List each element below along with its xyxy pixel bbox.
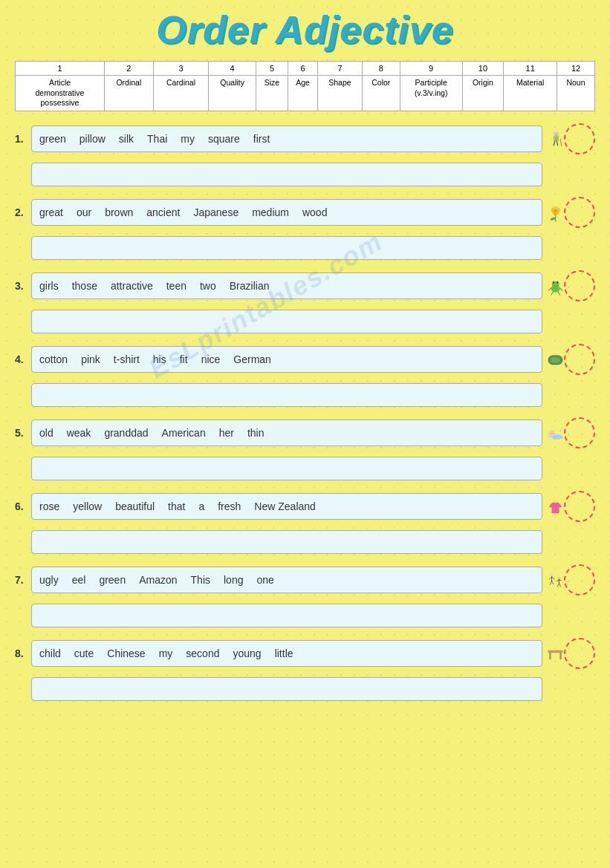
word-6-7: New Zealand: [254, 500, 316, 512]
exercise-num-6: 6.: [15, 500, 31, 512]
col-label-5: Size: [256, 76, 288, 111]
col-num-5: 5: [256, 62, 288, 76]
word-7-7: one: [256, 574, 273, 586]
image-cell-1: [547, 119, 595, 160]
col-label-10: Origin: [462, 76, 504, 111]
word-4-7: German: [233, 353, 271, 365]
words-box-4: cotton pink t-shirt his fit nice German: [31, 346, 542, 373]
svg-rect-2: [554, 135, 559, 141]
answer-circle-3: [564, 270, 595, 301]
rose-icon: [547, 192, 564, 233]
col-label-9: Participle(v.3/v.ing): [400, 76, 462, 111]
word-8-3: Chinese: [107, 647, 145, 659]
col-label-4: Quality: [209, 76, 256, 111]
word-2-4: ancient: [146, 206, 180, 218]
word-4-5: fit: [180, 353, 188, 365]
exercise-4: 4. cotton pink t-shirt his fit nice Germ…: [15, 339, 595, 407]
old-man-icon: [547, 119, 564, 160]
svg-line-6: [557, 141, 557, 146]
word-3-4: teen: [166, 280, 186, 292]
svg-point-9: [557, 133, 557, 134]
image-cell-7: [547, 560, 595, 601]
col-label-8: Color: [362, 76, 400, 111]
word-7-5: This: [191, 574, 210, 586]
answer-box-2[interactable]: [31, 236, 542, 260]
word-7-3: green: [99, 574, 126, 586]
col-num-12: 12: [557, 62, 595, 76]
exercise-num-5: 5.: [15, 427, 31, 439]
answer-box-3[interactable]: [31, 310, 542, 333]
table-number-row: 1 2 3 4 5 6 7 8 9 10 11 12: [16, 62, 595, 76]
col-label-2: Ordinal: [104, 76, 153, 111]
word-8-7: little: [275, 647, 293, 659]
word-6-5: a: [198, 500, 204, 512]
word-2-6: medium: [252, 206, 289, 218]
col-num-9: 9: [400, 62, 462, 76]
answer-circle-4: [564, 344, 595, 375]
answer-box-6[interactable]: [31, 530, 542, 554]
col-label-12: Noun: [557, 76, 595, 111]
word-5-1: old: [39, 427, 53, 439]
col-num-1: 1: [16, 62, 105, 76]
answer-box-4[interactable]: [31, 383, 542, 407]
svg-line-41: [552, 577, 554, 578]
baby-icon: z z: [547, 413, 564, 454]
word-8-6: young: [233, 647, 261, 659]
svg-point-16: [554, 209, 557, 212]
col-num-11: 11: [504, 62, 557, 76]
svg-point-30: [551, 357, 561, 363]
word-3-3: attractive: [111, 280, 153, 292]
answer-box-1[interactable]: [31, 163, 542, 186]
pillow-icon: [547, 339, 564, 380]
tshirt-icon: [547, 486, 564, 527]
words-box-7: ugly eel green Amazon This long one: [31, 567, 542, 593]
adjective-order-table: 1 2 3 4 5 6 7 8 9 10 11 12 Articledemons…: [15, 61, 595, 111]
word-2-1: great: [39, 206, 63, 218]
col-label-1: Articledemonstrativepossessive: [16, 76, 105, 111]
col-label-3: Cardinal: [153, 76, 209, 111]
answer-box-8[interactable]: [31, 677, 542, 701]
col-num-3: 3: [153, 62, 209, 76]
col-label-6: Age: [288, 76, 318, 111]
word-6-4: that: [168, 500, 185, 512]
answer-box-7[interactable]: [31, 604, 542, 627]
svg-point-35: [552, 434, 562, 439]
exercise-7: 7. ugly eel green Amazon This long one: [15, 560, 595, 627]
word-5-2: weak: [67, 427, 91, 439]
words-box-2: great our brown ancient Japanese medium …: [31, 199, 542, 226]
page-title: Order Adjective: [15, 7, 595, 52]
answer-box-5[interactable]: [31, 457, 542, 480]
word-7-1: ugly: [39, 574, 59, 586]
word-6-6: fresh: [218, 500, 241, 512]
exercise-8: 8. child cute Chinese my second young li…: [15, 633, 595, 701]
col-num-2: 2: [104, 62, 153, 76]
image-cell-4: [547, 339, 595, 380]
word-1-5: my: [181, 133, 195, 145]
svg-line-27: [551, 292, 554, 295]
svg-line-40: [549, 577, 551, 579]
svg-rect-52: [560, 653, 562, 659]
col-label-11: Material: [504, 76, 557, 111]
svg-line-26: [560, 288, 562, 290]
exercise-3: 3. girls those attractive teen two Brazi…: [15, 266, 595, 333]
word-4-6: nice: [201, 353, 221, 365]
col-num-4: 4: [209, 62, 256, 76]
exercise-num-7: 7.: [15, 574, 31, 586]
word-1-2: pillow: [80, 133, 106, 145]
svg-line-46: [557, 580, 559, 581]
word-5-5: her: [219, 427, 234, 439]
exercise-num-4: 4.: [15, 353, 31, 365]
svg-point-24: [557, 282, 557, 283]
words-box-6: rose yellow beautiful that a fresh New Z…: [31, 493, 542, 520]
svg-line-7: [560, 139, 561, 146]
word-7-2: eel: [72, 574, 86, 586]
image-cell-3: [547, 266, 595, 307]
exercise-6: 6. rose yellow beautiful that a fresh Ne…: [15, 486, 595, 554]
word-1-4: Thai: [147, 133, 167, 145]
word-6-3: beautiful: [115, 500, 155, 512]
col-num-7: 7: [318, 62, 363, 76]
word-7-4: Amazon: [139, 574, 177, 586]
image-cell-8: [547, 633, 595, 674]
svg-point-44: [557, 575, 560, 578]
exercise-num-8: 8.: [15, 647, 31, 659]
